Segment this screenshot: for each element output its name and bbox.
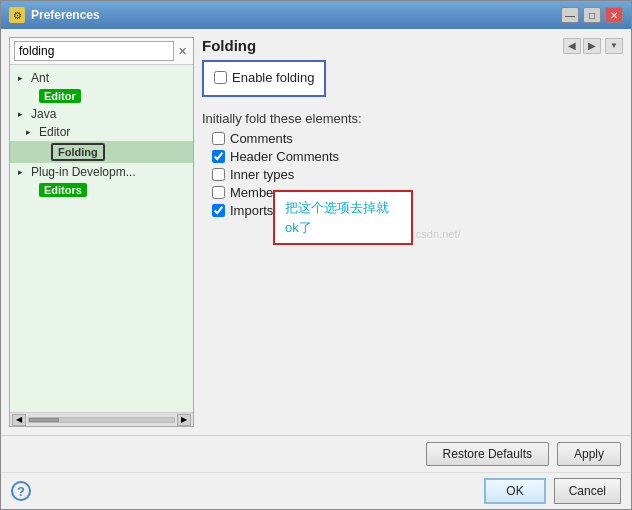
right-panel: Folding ◀ ▶ ▼ Enable folding Initially f… xyxy=(202,37,623,427)
search-clear-button[interactable]: ✕ xyxy=(176,43,189,59)
bottom-action-bar: Restore Defaults Apply xyxy=(1,435,631,472)
tree-item-folding[interactable]: Folding xyxy=(10,141,193,163)
tree-arrow-plugin: ▸ xyxy=(18,167,28,177)
window-title: Preferences xyxy=(31,8,561,22)
restore-defaults-button[interactable]: Restore Defaults xyxy=(426,442,549,466)
tree-area: ▸ Ant Editor ▸ Java ▸ Editor xyxy=(10,65,193,412)
tree-item-plugin[interactable]: ▸ Plug-in Developm... xyxy=(10,163,193,181)
nav-dropdown-button[interactable]: ▼ xyxy=(605,38,623,54)
search-input[interactable] xyxy=(14,41,174,61)
tree-label-java: Java xyxy=(31,107,56,121)
tree-arrow-java-editor: ▸ xyxy=(26,127,36,137)
tree-arrow-ant: ▸ xyxy=(18,73,28,83)
tree-item-java[interactable]: ▸ Java xyxy=(10,105,193,123)
header-comments-label[interactable]: Header Comments xyxy=(230,149,339,164)
preferences-window: ⚙ Preferences — □ ✕ ✕ ▸ Ant xyxy=(0,0,632,510)
apply-button[interactable]: Apply xyxy=(557,442,621,466)
right-content: Enable folding Initially fold these elem… xyxy=(202,60,623,427)
panel-header: Folding ◀ ▶ ▼ xyxy=(202,37,623,54)
members-checkbox[interactable] xyxy=(212,186,225,199)
header-comments-row: Header Comments xyxy=(212,149,623,164)
scroll-left-btn[interactable]: ◀ xyxy=(12,414,26,426)
initially-fold-label: Initially fold these elements: xyxy=(202,111,623,126)
comments-label[interactable]: Comments xyxy=(230,131,293,146)
tree-badge-ant-editor: Editor xyxy=(39,89,81,103)
close-button[interactable]: ✕ xyxy=(605,7,623,23)
note-text: 把这个选项去掉就ok了 xyxy=(285,200,389,235)
comments-checkbox[interactable] xyxy=(212,132,225,145)
inner-types-row: Inner types xyxy=(212,167,623,182)
tree-item-plugin-editors[interactable]: Editors xyxy=(10,181,193,199)
maximize-button[interactable]: □ xyxy=(583,7,601,23)
panel-title: Folding xyxy=(202,37,256,54)
scroll-thumb xyxy=(29,418,59,422)
tree-item-ant[interactable]: ▸ Ant xyxy=(10,69,193,87)
minimize-button[interactable]: — xyxy=(561,7,579,23)
tree-badge-plugin-editors: Editors xyxy=(39,183,87,197)
tree-label-ant: Ant xyxy=(31,71,49,85)
inner-types-checkbox[interactable] xyxy=(212,168,225,181)
cancel-button[interactable]: Cancel xyxy=(554,478,621,504)
enable-folding-label[interactable]: Enable folding xyxy=(232,70,314,85)
very-bottom-bar: ? OK Cancel xyxy=(1,472,631,509)
tree-item-ant-editor[interactable]: Editor xyxy=(10,87,193,105)
ok-button[interactable]: OK xyxy=(484,478,545,504)
folding-box: Enable folding xyxy=(202,60,326,97)
tree-label-plugin: Plug-in Developm... xyxy=(31,165,136,179)
window-icon: ⚙ xyxy=(9,7,25,23)
imports-label[interactable]: Imports xyxy=(230,203,273,218)
note-box: 把这个选项去掉就ok了 xyxy=(273,190,413,245)
tree-label-java-editor: Editor xyxy=(39,125,70,139)
scroll-right-btn[interactable]: ▶ xyxy=(177,414,191,426)
tree-arrow-java: ▸ xyxy=(18,109,28,119)
tree-item-java-editor[interactable]: ▸ Editor xyxy=(10,123,193,141)
help-icon[interactable]: ? xyxy=(11,481,31,501)
comments-row: Comments xyxy=(212,131,623,146)
tree-badge-folding: Folding xyxy=(51,143,105,161)
scroll-track[interactable] xyxy=(28,417,175,423)
nav-back-button[interactable]: ◀ xyxy=(563,38,581,54)
ok-cancel-area: OK Cancel xyxy=(31,478,621,504)
nav-forward-button[interactable]: ▶ xyxy=(583,38,601,54)
inner-types-label[interactable]: Inner types xyxy=(230,167,294,182)
imports-checkbox[interactable] xyxy=(212,204,225,217)
nav-arrows: ◀ ▶ ▼ xyxy=(563,38,623,54)
header-comments-checkbox[interactable] xyxy=(212,150,225,163)
left-panel: ✕ ▸ Ant Editor ▸ Java xyxy=(9,37,194,427)
titlebar: ⚙ Preferences — □ ✕ xyxy=(1,1,631,29)
enable-folding-checkbox[interactable] xyxy=(214,71,227,84)
main-content: ✕ ▸ Ant Editor ▸ Java xyxy=(1,29,631,435)
search-bar: ✕ xyxy=(10,38,193,65)
titlebar-buttons: — □ ✕ xyxy=(561,7,623,23)
enable-folding-row: Enable folding xyxy=(214,70,314,85)
horizontal-scrollbar[interactable]: ◀ ▶ xyxy=(10,412,193,426)
